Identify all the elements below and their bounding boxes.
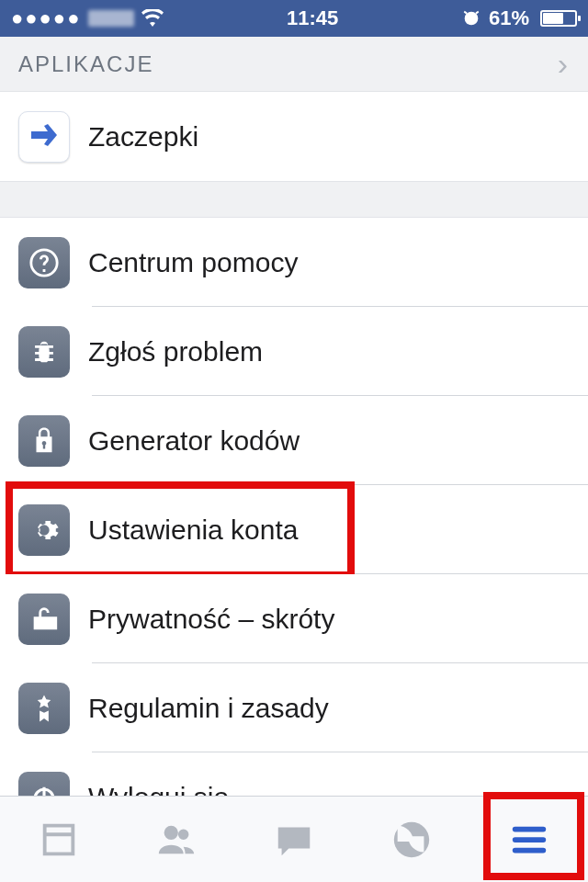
tab-feed[interactable] (0, 797, 118, 882)
poke-icon (18, 111, 70, 163)
list-item-label: Generator kodów (88, 425, 300, 457)
list-item-label: Zgłoś problem (88, 336, 263, 368)
status-right: 61% (461, 6, 577, 30)
tab-menu[interactable] (470, 797, 588, 882)
section-gap (0, 181, 588, 218)
list-item-label: Centrum pomocy (88, 247, 298, 278)
section-header-apps[interactable]: APLIKACJE › (0, 37, 588, 92)
carrier-label (88, 10, 134, 27)
list-item-label: Zaczepki (88, 121, 198, 153)
status-left: ●●●●● (11, 6, 164, 30)
list-item-label: Ustawienia konta (88, 514, 298, 546)
battery-icon (537, 10, 577, 27)
list-item-report[interactable]: Zgłoś problem (0, 307, 588, 396)
status-time: 11:45 (287, 6, 338, 30)
list-item-label: Regulamin i zasady (88, 693, 329, 724)
list-item-account-settings[interactable]: Ustawienia konta (0, 485, 588, 574)
section-header-label: APLIKACJE (18, 51, 153, 77)
alarm-icon (461, 8, 481, 28)
badge-icon (18, 683, 70, 734)
wifi-icon (141, 9, 164, 28)
signal-dots-icon: ●●●●● (11, 6, 81, 30)
chevron-right-icon: › (558, 46, 570, 82)
gear-icon (18, 504, 70, 556)
list-item-privacy[interactable]: Prywatność – skróty (0, 574, 588, 663)
list-item-terms[interactable]: Regulamin i zasady (0, 663, 588, 752)
list-item-label: Prywatność – skróty (88, 604, 334, 635)
list-item-poke[interactable]: Zaczepki (0, 92, 588, 181)
tab-bar (0, 796, 588, 882)
tab-notifications[interactable] (353, 797, 470, 882)
list-item-help[interactable]: Centrum pomocy (0, 218, 588, 307)
status-bar: ●●●●● 11:45 61% (0, 0, 588, 37)
question-icon (18, 237, 70, 288)
lock-icon (18, 415, 70, 467)
padlock-icon (18, 594, 70, 645)
tab-friends[interactable] (118, 797, 235, 882)
tab-messages[interactable] (235, 797, 353, 882)
battery-pct: 61% (489, 6, 529, 30)
bug-icon (18, 326, 70, 378)
list-item-codegen[interactable]: Generator kodów (0, 396, 588, 485)
